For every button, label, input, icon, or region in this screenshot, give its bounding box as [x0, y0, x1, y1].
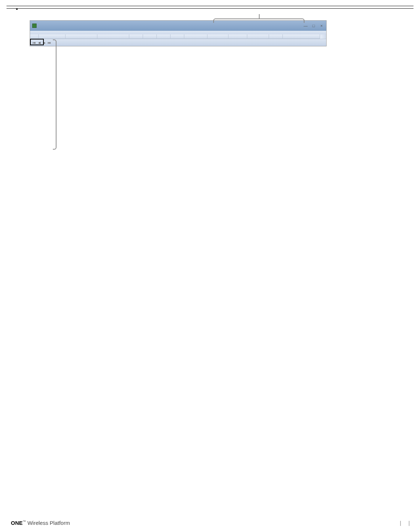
col-header[interactable]	[207, 34, 228, 38]
excel-window: — □ ×	[30, 20, 327, 46]
footer-divider: |	[400, 520, 401, 526]
close-button[interactable]: ×	[319, 23, 324, 28]
page-footer: ONE™ Wireless Platform | |	[7, 518, 413, 526]
modules-brace-annotation	[51, 39, 56, 148]
col-header[interactable]	[143, 34, 157, 38]
figure-wrap: — □ ×	[7, 12, 413, 63]
select-all-corner[interactable]	[30, 34, 39, 38]
col-header[interactable]	[39, 34, 66, 38]
status-bar: ⏮ ◀ ▶ ⏭	[30, 39, 326, 46]
col-header[interactable]	[129, 34, 143, 38]
sheet-nav-last-icon[interactable]: ⏭	[47, 41, 51, 45]
sheet-nav-next-icon[interactable]: ▶	[42, 41, 46, 45]
ribbon-area	[30, 31, 326, 34]
col-header[interactable]	[228, 34, 247, 38]
col-header[interactable]	[184, 34, 207, 38]
col-header[interactable]	[66, 34, 97, 38]
zone-brace-annotation	[213, 18, 304, 23]
sheet-nav-first-icon[interactable]: ⏮	[32, 41, 36, 45]
vertical-scrollbar[interactable]	[320, 34, 326, 39]
footer-divider: |	[408, 520, 410, 526]
col-header[interactable]	[247, 34, 269, 38]
column-headers	[30, 34, 320, 39]
col-header[interactable]	[157, 34, 171, 38]
minimize-button[interactable]: —	[303, 23, 308, 28]
annotation-modules	[7, 20, 30, 63]
note-block	[7, 6, 413, 9]
brand-one: ONE™ Wireless Platform	[11, 520, 70, 526]
maximize-button[interactable]: □	[311, 23, 316, 28]
col-header[interactable]	[269, 34, 283, 38]
col-header[interactable]	[171, 34, 184, 38]
excel-icon	[32, 24, 37, 28]
sheet-nav-prev-icon[interactable]: ◀	[37, 41, 41, 45]
col-header[interactable]	[97, 34, 129, 38]
